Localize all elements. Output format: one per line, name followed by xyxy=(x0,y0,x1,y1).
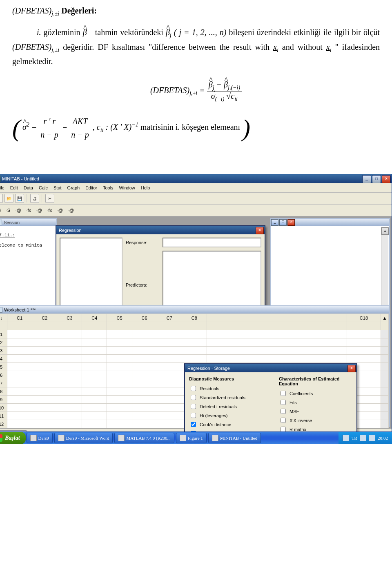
ws-cell[interactable] xyxy=(107,355,132,363)
taskbar-item[interactable]: MINITAB - Untitled xyxy=(208,433,261,443)
ws-scroll-track[interactable] xyxy=(381,420,389,428)
taskbar-item[interactable]: Figure 1 xyxy=(176,433,207,443)
storage-option[interactable]: Standardized residuals xyxy=(189,394,263,401)
ws-col-header[interactable]: C7 xyxy=(157,314,182,322)
storage-option[interactable]: Fits xyxy=(279,398,352,406)
ws-cell[interactable] xyxy=(7,387,32,396)
ws-cell[interactable] xyxy=(132,420,157,428)
ws-cell[interactable] xyxy=(132,338,157,347)
ws-row-header[interactable]: 10 xyxy=(0,404,7,412)
ws-cell[interactable] xyxy=(32,404,57,412)
menu-tools[interactable]: Tools xyxy=(100,185,116,191)
menu-help[interactable]: Help xyxy=(138,185,153,191)
ws-cell[interactable] xyxy=(82,387,107,396)
ws-cell[interactable] xyxy=(157,387,182,396)
ws-cell[interactable] xyxy=(32,363,57,371)
menu-calc[interactable]: Calc xyxy=(36,185,50,191)
ws-cell[interactable] xyxy=(182,330,207,338)
ws-cell[interactable] xyxy=(82,379,107,387)
storage-option[interactable]: X'X inverse xyxy=(279,416,352,424)
ws-cell[interactable] xyxy=(107,379,132,387)
ws-cell[interactable] xyxy=(157,363,182,371)
ws-cell[interactable] xyxy=(32,412,57,420)
ws-cell[interactable] xyxy=(82,363,107,371)
tray-icon[interactable] xyxy=(343,435,349,441)
regression-close-icon[interactable]: × xyxy=(256,227,264,234)
ws-cell[interactable] xyxy=(157,338,182,347)
table-row[interactable]: 1 xyxy=(0,330,389,338)
right-pane-titlebar[interactable]: _ □ × xyxy=(271,219,389,226)
ws-cell[interactable] xyxy=(7,363,32,371)
ws-cell[interactable] xyxy=(57,396,82,404)
storage-checkbox[interactable] xyxy=(191,413,196,418)
ws-cell[interactable] xyxy=(157,379,182,387)
ws-row-header[interactable]: 1 xyxy=(0,330,7,338)
storage-checkbox[interactable] xyxy=(191,404,196,409)
ws-cell[interactable] xyxy=(57,363,82,371)
ws-cell[interactable] xyxy=(57,355,82,363)
storage-checkbox[interactable] xyxy=(281,427,286,432)
ws-cell[interactable] xyxy=(57,347,82,355)
taskbar-item[interactable]: Ders9 - Microsoft Word xyxy=(54,433,113,443)
storage-option[interactable]: Hi (leverages) xyxy=(189,412,263,419)
ws-cell[interactable] xyxy=(347,355,381,363)
tb2-item[interactable]: -@ xyxy=(56,208,64,213)
storage-option[interactable]: MSE xyxy=(279,407,352,415)
ws-col-header[interactable]: C8 xyxy=(182,314,207,322)
taskbar-item[interactable]: MATLAB 7.4.0 (R200... xyxy=(114,433,174,443)
ws-cell[interactable] xyxy=(107,404,132,412)
ws-cell[interactable] xyxy=(182,347,207,355)
ws-cell[interactable] xyxy=(157,355,182,363)
ws-cell[interactable] xyxy=(57,379,82,387)
close-button[interactable]: × xyxy=(382,175,391,183)
tb2-item[interactable]: -B xyxy=(0,208,2,213)
ws-cell[interactable] xyxy=(107,412,132,420)
ws-col-header[interactable]: C4 xyxy=(82,314,107,322)
min-button[interactable]: _ xyxy=(362,175,371,183)
storage-checkbox[interactable] xyxy=(191,386,196,391)
table-row[interactable]: 2 xyxy=(0,338,389,347)
scroll-up-icon[interactable]: ▲ xyxy=(381,227,389,235)
ws-cell[interactable] xyxy=(7,404,32,412)
ws-cell[interactable] xyxy=(157,371,182,379)
ws-cell[interactable] xyxy=(7,371,32,379)
ws-cell[interactable] xyxy=(32,330,57,338)
menu-data[interactable]: Data xyxy=(21,185,36,191)
system-tray[interactable]: TR 20:02 xyxy=(339,432,392,444)
menu-graph[interactable]: Graph xyxy=(65,185,82,191)
ws-cell[interactable] xyxy=(157,420,182,428)
ws-row-header[interactable]: 5 xyxy=(0,363,7,371)
ws-cell[interactable] xyxy=(7,330,32,338)
ws-scroll-track[interactable] xyxy=(381,396,389,404)
menu-stat[interactable]: Stat xyxy=(51,185,64,191)
ws-cell[interactable] xyxy=(132,379,157,387)
tb2-item[interactable]: -@ xyxy=(67,208,75,213)
ws-cell[interactable] xyxy=(32,420,57,428)
ws-cell[interactable] xyxy=(82,420,107,428)
ws-cell[interactable] xyxy=(157,412,182,420)
project-close-icon[interactable]: × xyxy=(22,431,24,432)
ws-cell[interactable] xyxy=(7,347,32,355)
tray-icon[interactable] xyxy=(369,435,375,441)
ws-cell[interactable] xyxy=(7,355,32,363)
ws-cell[interactable] xyxy=(107,396,132,404)
ws-cell[interactable] xyxy=(132,371,157,379)
ws-row-header[interactable]: 11 xyxy=(0,412,7,420)
right-max-icon[interactable]: □ xyxy=(279,219,287,226)
ws-cell[interactable] xyxy=(132,404,157,412)
ws-row-header[interactable]: 2 xyxy=(0,338,7,347)
ws-cell[interactable] xyxy=(82,371,107,379)
ws-scroll-track[interactable] xyxy=(381,387,389,396)
table-row[interactable]: 4 xyxy=(0,355,389,363)
ws-cell[interactable] xyxy=(32,371,57,379)
ws-cell[interactable] xyxy=(132,363,157,371)
ws-col-header[interactable]: C2 xyxy=(32,314,57,322)
tb-save-icon[interactable]: 💾 xyxy=(15,194,24,203)
storage-checkbox[interactable] xyxy=(191,422,196,427)
ws-cell[interactable] xyxy=(182,338,207,347)
ws-cell[interactable] xyxy=(107,347,132,355)
storage-checkbox[interactable] xyxy=(281,391,286,396)
ws-scroll-track[interactable] xyxy=(381,363,389,371)
ws-cell[interactable] xyxy=(157,347,182,355)
ws-cell[interactable] xyxy=(107,371,132,379)
